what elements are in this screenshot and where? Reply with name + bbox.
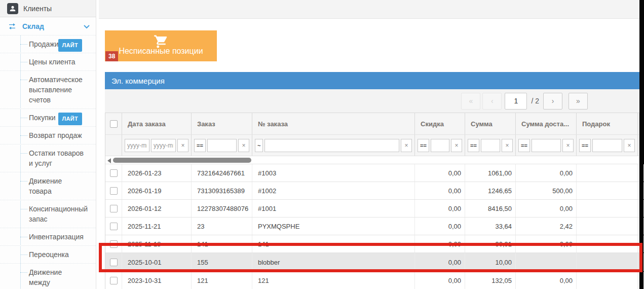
clear-filter-button[interactable]: ×: [401, 139, 412, 152]
clear-filter-button[interactable]: ×: [451, 139, 462, 152]
pagination: « ‹ / 2 › »: [105, 89, 639, 113]
date-to-input[interactable]: [151, 139, 176, 152]
table-cell-stub: [638, 253, 644, 271]
count-badge: 38: [105, 51, 118, 61]
table-cell: 500,00: [516, 182, 577, 199]
sidebar-item-9[interactable]: Инвентаризация: [0, 228, 96, 245]
table-cell: 0,00: [516, 164, 577, 182]
table-row[interactable]: 2023-10-311211210,00132,050,00: [105, 271, 639, 289]
table-cell: 2,42: [516, 218, 577, 235]
clear-filter-button[interactable]: ×: [238, 139, 249, 152]
date-from-input[interactable]: [125, 139, 149, 152]
next-page-button[interactable]: ›: [543, 93, 562, 110]
sidebar-item-8[interactable]: Консигнационный запас: [0, 200, 96, 228]
orders-table: Дата заказаЗаказ№ заказаСкидкаСуммаСумма…: [105, 113, 639, 289]
table-cell: 2026-01-19: [122, 182, 192, 199]
unwritten-positions-button[interactable]: Несписанные позиции 38: [105, 30, 217, 61]
table-row[interactable]: 2025-11-181411410,0090,910,00: [105, 235, 639, 252]
table-cell: 121: [252, 272, 415, 289]
row-checkbox[interactable]: [110, 169, 118, 177]
filter-operator[interactable]: ==: [194, 139, 206, 152]
row-checkbox[interactable]: [110, 259, 118, 266]
table-header-row: Дата заказаЗаказ№ заказаСкидкаСуммаСумма…: [105, 113, 639, 134]
filter-operator[interactable]: ==: [579, 139, 591, 152]
sidebar-item-1[interactable]: ПродажиЛАЙТ: [0, 35, 96, 53]
filter-operator[interactable]: ==: [518, 139, 530, 152]
filter-input[interactable]: [431, 139, 449, 152]
sidebar-item-2[interactable]: Цены клиента: [0, 53, 96, 70]
row-checkbox[interactable]: [110, 205, 118, 212]
filter-cell: ~×: [252, 135, 415, 156]
page-input[interactable]: [505, 93, 527, 110]
prev-page-button[interactable]: ‹: [482, 93, 502, 110]
filter-input[interactable]: [592, 139, 622, 152]
sidebar-item-label: Продажи: [29, 40, 58, 48]
table-cell-stub: [638, 200, 644, 217]
filter-input[interactable]: [207, 139, 237, 152]
sidebar-item-3[interactable]: Автоматическое выставление счетов: [0, 70, 96, 109]
filter-cell: ==×: [465, 135, 516, 156]
sidebar-item-label: Цены клиента: [29, 58, 75, 66]
last-page-button[interactable]: »: [569, 93, 588, 110]
clients-icon: [7, 3, 18, 14]
table-cell: 2025-11-18: [122, 235, 192, 252]
table-cell: 8416,50: [465, 200, 516, 217]
horizontal-scrollbar[interactable]: [105, 156, 639, 164]
column-header-stub: [638, 113, 640, 134]
clear-filter-button[interactable]: ×: [562, 139, 574, 152]
sidebar-item-5[interactable]: Возврат продаж: [0, 126, 96, 144]
table-cell: 141: [192, 235, 252, 252]
row-checkbox[interactable]: [110, 240, 118, 248]
select-all-checkbox[interactable]: [110, 120, 118, 128]
clear-filter-button[interactable]: ×: [177, 139, 188, 152]
table-cell-stub: [638, 272, 644, 289]
row-checkbox[interactable]: [110, 187, 118, 195]
sidebar-item-4[interactable]: ПокупкиЛАЙТ: [0, 109, 96, 126]
sidebar-item-warehouse[interactable]: Склад: [0, 17, 96, 35]
sidebar-item-label: Движение товара: [29, 177, 62, 195]
table-cell: 141: [252, 235, 415, 252]
scroll-left-icon[interactable]: [107, 158, 111, 163]
filter-operator[interactable]: ~: [255, 139, 263, 152]
table-cell: 10,00: [465, 253, 516, 271]
scrollbar-thumb[interactable]: [113, 158, 251, 163]
filter-input[interactable]: [481, 139, 500, 152]
sidebar-item-10[interactable]: Переоценка: [0, 245, 96, 263]
table-row[interactable]: 2025-11-2123PYXMQSPHE0,0033,642,42: [105, 217, 639, 235]
table-cell: 2025-10-01: [122, 253, 192, 271]
row-checkbox-cell: [105, 164, 122, 182]
sidebar-item-label: Автоматическое выставление счетов: [29, 76, 83, 104]
sidebar-item-7[interactable]: Движение товара: [0, 172, 96, 200]
table-cell-stub: [638, 218, 644, 235]
table-row[interactable]: 2026-01-197313093165389#10020,001246,655…: [105, 182, 639, 199]
row-checkbox[interactable]: [110, 223, 118, 230]
clear-filter-button[interactable]: ×: [624, 139, 635, 152]
clear-filter-button[interactable]: ×: [502, 139, 513, 152]
table-cell: 0,00: [415, 253, 465, 271]
row-checkbox[interactable]: [110, 277, 118, 284]
table-cell: 23: [192, 218, 252, 235]
filter-input[interactable]: [264, 139, 399, 152]
table-cell: 0,00: [516, 200, 577, 217]
table-row[interactable]: 2025-10-01155blobber0,0010,00: [105, 252, 639, 271]
filter-cell: ==×: [415, 135, 465, 156]
column-header: № заказа: [252, 113, 415, 134]
filter-operator[interactable]: ==: [418, 139, 429, 152]
table-cell-stub: [638, 164, 644, 182]
sidebar-item-6[interactable]: Остатки товаров и услуг: [0, 144, 96, 172]
table-row[interactable]: 2026-01-1212278307488076#10010,008416,50…: [105, 199, 639, 217]
table-cell: 0,00: [415, 272, 465, 289]
row-checkbox-cell: [105, 253, 122, 271]
sidebar-item-label: Инвентаризация: [29, 233, 84, 241]
sidebar-item-11[interactable]: Движение между складами: [0, 263, 96, 289]
table-row[interactable]: 2026-01-237321642467661#10030,001061,000…: [105, 164, 639, 182]
filter-operator[interactable]: ==: [468, 139, 479, 152]
table-cell: #1003: [252, 164, 415, 182]
table-cell: [577, 164, 638, 182]
sidebar-item-clients[interactable]: Клиенты: [0, 0, 96, 17]
filter-input[interactable]: [532, 139, 561, 152]
table-cell: 0,00: [516, 235, 577, 252]
panel-header: Эл. коммерция: [105, 72, 639, 89]
first-page-button[interactable]: «: [461, 93, 480, 110]
sidebar-item-label: Клиенты: [23, 5, 52, 13]
